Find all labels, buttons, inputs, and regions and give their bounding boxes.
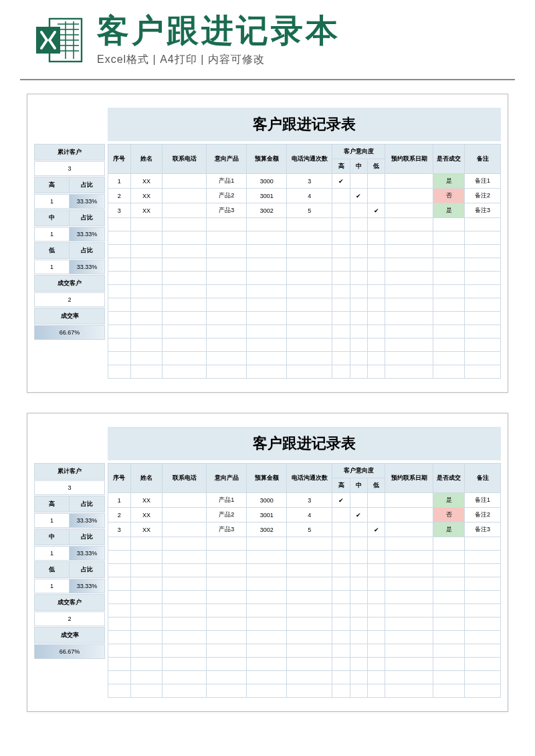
- cell-empty: [247, 245, 287, 258]
- table-row-empty: [108, 285, 501, 298]
- cell-empty: [287, 245, 332, 258]
- cell-empty: [287, 325, 332, 339]
- cell-product: 产品2: [207, 508, 247, 523]
- cell-empty: [108, 231, 131, 245]
- cell-empty: [433, 537, 465, 551]
- cell-empty: [433, 218, 465, 231]
- cell-empty: [433, 591, 465, 604]
- data-table: 序号姓名联系电话意向产品预算金额电话沟通次数客户意向度预约联系日期是否成交备注高…: [108, 463, 501, 698]
- cell-empty: [465, 604, 501, 618]
- cell-empty: [130, 604, 163, 618]
- col-budget: 预算金额: [247, 145, 287, 174]
- cell-empty: [465, 312, 501, 325]
- cell-deal: 是: [433, 493, 465, 508]
- cell-empty: [368, 537, 385, 551]
- cell-empty: [163, 644, 207, 658]
- col-calls: 电话沟通次数: [287, 464, 332, 493]
- cell-calls: 4: [287, 508, 332, 523]
- cell-empty: [247, 618, 287, 631]
- summary-high-label: 高: [35, 496, 70, 512]
- cell-empty: [385, 577, 433, 591]
- table-row-empty: [108, 564, 501, 577]
- cell-empty: [433, 285, 465, 298]
- summary-low-ratio: 33.33%: [70, 579, 104, 593]
- cell-phone: [163, 493, 207, 508]
- cell-empty: [163, 365, 207, 379]
- cell-empty: [332, 631, 350, 644]
- cell-empty: [163, 658, 207, 671]
- cell-empty: [368, 591, 385, 604]
- cell-empty: [163, 312, 207, 325]
- cell-empty: [108, 245, 131, 258]
- cell-high: [332, 508, 350, 523]
- cell-name: XX: [130, 508, 163, 523]
- cell-empty: [247, 671, 287, 684]
- summary-deal-label: 成交客户: [35, 276, 104, 291]
- cell-empty: [350, 285, 367, 298]
- cell-empty: [108, 684, 131, 698]
- cell-empty: [247, 365, 287, 379]
- cell-calls: 3: [287, 174, 332, 189]
- cell-empty: [350, 591, 367, 604]
- cell-empty: [287, 352, 332, 365]
- cell-empty: [247, 644, 287, 658]
- cell-empty: [207, 218, 247, 231]
- cell-empty: [287, 298, 332, 312]
- cell-empty: [385, 658, 433, 671]
- cell-note: 备注2: [465, 189, 501, 203]
- col-product: 意向产品: [207, 145, 247, 174]
- cell-note: 备注2: [465, 508, 501, 523]
- cell-low: ✔: [368, 523, 385, 537]
- cell-empty: [163, 551, 207, 564]
- cell-empty: [163, 285, 207, 298]
- cell-empty: [385, 312, 433, 325]
- cell-empty: [108, 365, 131, 379]
- cell-empty: [163, 671, 207, 684]
- cell-deal: 是: [433, 523, 465, 537]
- cell-phone: [163, 508, 207, 523]
- cell-empty: [368, 258, 385, 272]
- cell-empty: [163, 339, 207, 352]
- col-phone: 联系电话: [163, 464, 207, 493]
- page-title: 客户跟进记录本: [97, 13, 515, 49]
- cell-empty: [207, 564, 247, 577]
- cell-empty: [350, 312, 367, 325]
- cell-empty: [433, 298, 465, 312]
- cell-empty: [332, 658, 350, 671]
- cell-empty: [332, 537, 350, 551]
- cell-empty: [433, 577, 465, 591]
- col-budget: 预算金额: [247, 464, 287, 493]
- cell-empty: [368, 684, 385, 698]
- cell-empty: [287, 312, 332, 325]
- cell-empty: [465, 218, 501, 231]
- cell-empty: [108, 591, 131, 604]
- cell-mid: ✔: [350, 508, 367, 523]
- cell-empty: [385, 631, 433, 644]
- cell-empty: [350, 365, 367, 379]
- summary-mid-label: 中: [35, 210, 70, 225]
- cell-empty: [207, 644, 247, 658]
- cell-empty: [368, 564, 385, 577]
- cell-mid: [350, 174, 367, 189]
- col-name: 姓名: [130, 145, 163, 174]
- cell-empty: [332, 218, 350, 231]
- col-intent-low: 低: [368, 478, 385, 493]
- summary-panel: 累计客户3高占比133.33%中占比133.33%低占比133.33%成交客户2…: [34, 463, 105, 698]
- cell-empty: [350, 658, 367, 671]
- cell-empty: [368, 312, 385, 325]
- cell-empty: [163, 231, 207, 245]
- col-intent-mid: 中: [350, 478, 367, 493]
- table-row: 1XX产品130003✔是备注1: [108, 493, 501, 508]
- cell-empty: [130, 231, 163, 245]
- cell-empty: [332, 365, 350, 379]
- cell-empty: [247, 564, 287, 577]
- cell-empty: [350, 618, 367, 631]
- cell-empty: [207, 618, 247, 631]
- cell-empty: [287, 564, 332, 577]
- cell-empty: [287, 604, 332, 618]
- cell-empty: [433, 245, 465, 258]
- cell-empty: [385, 684, 433, 698]
- table-row: 2XX产品230014✔否备注2: [108, 508, 501, 523]
- cell-empty: [433, 312, 465, 325]
- col-deal: 是否成交: [433, 145, 465, 174]
